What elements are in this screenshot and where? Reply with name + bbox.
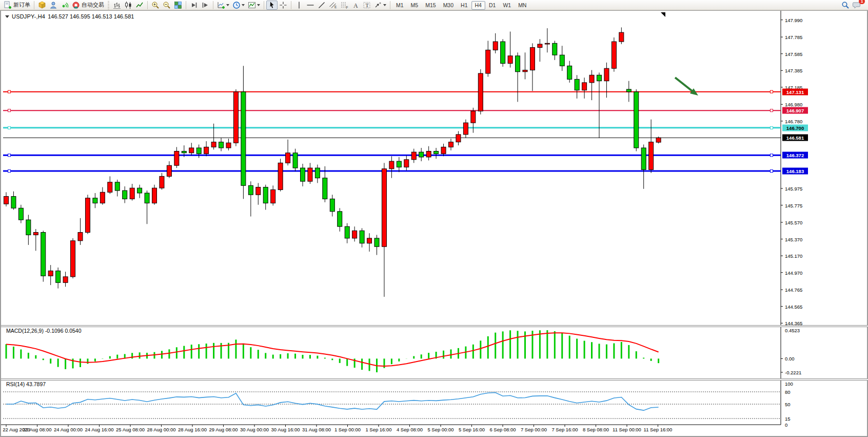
navigator-button[interactable] [59, 1, 70, 10]
candle-31 Aug 04:00[interactable] [323, 178, 327, 199]
candle-28 Aug 08:00[interactable] [196, 148, 201, 154]
candle-24 Aug 00:00[interactable] [93, 198, 97, 203]
candle-1 Sep 12:00[interactable] [382, 169, 386, 247]
candle-24 Aug 04:00[interactable] [100, 192, 105, 203]
candle-28 Aug 12:00[interactable] [204, 147, 209, 154]
candle-29 Aug 20:00[interactable] [263, 187, 268, 203]
market-watch-button[interactable] [36, 1, 48, 10]
candle-23 Aug 20:00[interactable] [85, 198, 90, 233]
candle-30 Aug 08:00[interactable] [286, 153, 290, 163]
search-button[interactable] [840, 1, 851, 10]
candle-31 Aug 00:00[interactable] [315, 168, 320, 178]
candle-28 Aug 04:00[interactable] [189, 148, 194, 153]
candle-22 Aug 00:00[interactable] [4, 196, 9, 204]
candle-11 Sep 12:00[interactable] [649, 142, 654, 170]
crosshair-tool-button[interactable] [278, 1, 289, 10]
candle-24 Aug 20:00[interactable] [130, 188, 134, 199]
horizontal-line-objects[interactable] [3, 90, 781, 172]
vertical-line-tool-button[interactable] [293, 1, 305, 10]
text-tool-button[interactable]: A [350, 1, 361, 10]
timeframe-button-h4[interactable]: H4 [471, 1, 485, 10]
candle-25 Aug 00:00[interactable] [137, 188, 142, 193]
candle-11 Sep 04:00[interactable] [634, 92, 639, 148]
timeframe-button-m15[interactable]: M15 [422, 1, 439, 10]
timeframe-button-m30[interactable]: M30 [440, 1, 457, 10]
candle-5 Sep 00:00[interactable] [449, 142, 453, 147]
hline-handle[interactable] [771, 109, 773, 112]
candle-22 Aug 04:00[interactable] [11, 196, 16, 208]
candle-6 Sep 20:00[interactable] [530, 47, 535, 70]
candle-30 Aug 16:00[interactable] [301, 168, 305, 181]
candle-31 Aug 16:00[interactable] [345, 226, 349, 238]
candle-8 Sep 08:00[interactable] [597, 75, 602, 81]
text-label-tool-button[interactable]: T [361, 1, 372, 10]
candle-6 Sep 04:00[interactable] [501, 42, 505, 63]
candle-22 Aug 16:00[interactable] [33, 233, 38, 235]
bar-chart-mode-button[interactable] [111, 1, 123, 10]
indicators-button[interactable] [215, 1, 231, 10]
candle-11 Sep 00:00[interactable] [626, 89, 631, 92]
hline-handle[interactable] [771, 90, 773, 93]
timeframe-button-mn[interactable]: MN [515, 1, 530, 10]
candle-29 Aug 04:00[interactable] [233, 92, 238, 143]
chart-shift-marker-icon[interactable] [661, 12, 665, 17]
new-order-button[interactable]: 新订单 [2, 1, 32, 10]
candle-25 Aug 08:00[interactable] [152, 188, 157, 203]
candle-7 Sep 00:00[interactable] [538, 44, 542, 48]
candle-6 Sep 00:00[interactable] [493, 42, 498, 50]
candle-5 Sep 12:00[interactable] [471, 111, 476, 123]
candle-7 Sep 20:00[interactable] [575, 79, 579, 90]
fibonacci-tool-button[interactable]: F [339, 1, 350, 10]
candle-4 Sep 16:00[interactable] [434, 151, 439, 154]
notifications-button[interactable]: 1 [851, 1, 863, 10]
zoom-in-button[interactable] [150, 1, 161, 10]
line-chart-mode-button[interactable] [134, 1, 145, 10]
candle-7 Sep 16:00[interactable] [567, 66, 572, 79]
candle-1 Sep 00:00[interactable] [360, 231, 364, 243]
channel-tool-button[interactable]: E [327, 1, 339, 10]
hline-handle[interactable] [8, 170, 11, 173]
data-window-button[interactable] [48, 1, 59, 10]
candle-1 Sep 16:00[interactable] [389, 161, 394, 169]
candle-24 Aug 12:00[interactable] [115, 182, 120, 191]
panel-splitter[interactable] [1, 325, 868, 327]
candle-4 Sep 00:00[interactable] [404, 160, 409, 167]
candle-8 Sep 04:00[interactable] [589, 75, 594, 83]
candle-23 Aug 16:00[interactable] [78, 233, 83, 241]
candle-30 Aug 00:00[interactable] [271, 189, 275, 203]
candle-5 Sep 20:00[interactable] [486, 50, 490, 73]
candle-4 Sep 12:00[interactable] [426, 151, 431, 157]
timeframe-button-m1[interactable]: M1 [392, 1, 407, 10]
timeframe-button-h1[interactable]: H1 [457, 1, 471, 10]
candle-11 Sep 08:00[interactable] [641, 148, 646, 169]
arrows-tool-button[interactable] [372, 1, 388, 10]
chart-plot[interactable] [1, 11, 867, 436]
candle-7 Sep 04:00[interactable] [545, 43, 549, 44]
zoom-out-button[interactable] [161, 1, 172, 10]
candle-1 Sep 08:00[interactable] [374, 238, 379, 246]
candle-4 Sep 08:00[interactable] [419, 152, 424, 157]
horizontal-line-tool-button[interactable] [305, 1, 316, 10]
candle-22 Aug 08:00[interactable] [18, 208, 23, 220]
candle-31 Aug 12:00[interactable] [338, 212, 342, 226]
candle-11 Sep 16:00[interactable] [656, 138, 661, 142]
candle-25 Aug 16:00[interactable] [167, 165, 171, 176]
timeframe-button-m5[interactable]: M5 [407, 1, 422, 10]
candle-28 Aug 00:00[interactable] [182, 151, 186, 153]
candle-29 Aug 00:00[interactable] [226, 143, 231, 148]
candle-24 Aug 16:00[interactable] [123, 191, 127, 199]
candle-4 Sep 20:00[interactable] [441, 147, 446, 154]
candle-6 Sep 16:00[interactable] [523, 70, 527, 71]
candle-8 Sep 00:00[interactable] [582, 83, 587, 90]
chart-shift-button[interactable] [200, 1, 211, 10]
hline-handle[interactable] [771, 154, 773, 157]
hline-handle[interactable] [8, 90, 11, 93]
cursor-tool-button[interactable] [266, 1, 278, 10]
candle-30 Aug 20:00[interactable] [308, 168, 312, 181]
tile-windows-button[interactable] [172, 1, 184, 10]
candle-25 Aug 12:00[interactable] [160, 176, 164, 188]
candle-8 Sep 16:00[interactable] [611, 42, 616, 68]
candle-23 Aug 08:00[interactable] [63, 277, 68, 282]
candle-29 Aug 16:00[interactable] [256, 187, 261, 195]
candlestick-mode-button[interactable] [123, 1, 134, 10]
